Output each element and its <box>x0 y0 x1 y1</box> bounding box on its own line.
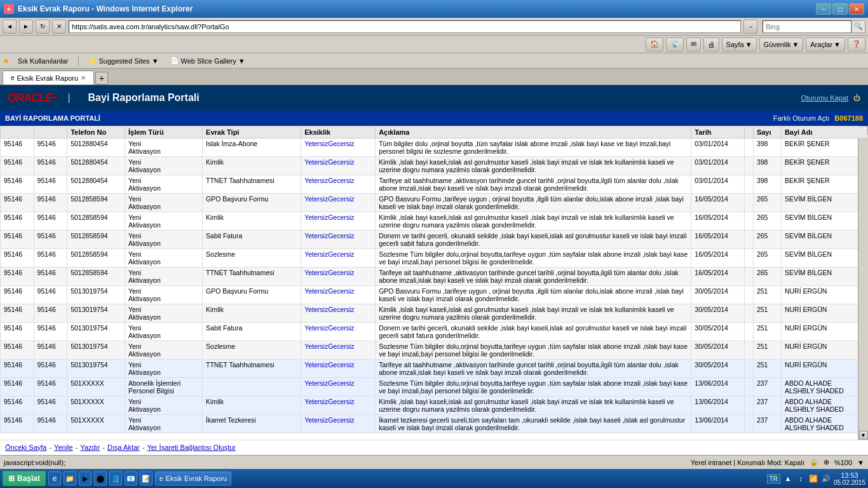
stop-button[interactable]: ✕ <box>52 20 66 34</box>
prev-page-link[interactable]: Önceki Sayfa <box>5 444 46 451</box>
forward-button[interactable]: ► <box>19 20 33 34</box>
search-button[interactable]: 🔍 <box>851 20 865 33</box>
home-button[interactable]: 🏠 <box>646 37 663 51</box>
table-row[interactable]: 9514695146501XXXXXYeni Aktivasyonİkamet … <box>1 415 868 433</box>
table-cell: NURİ ERGÜN <box>781 360 867 378</box>
table-cell: 95146 <box>1 286 34 304</box>
minimize-button[interactable]: ─ <box>816 3 831 15</box>
table-cell: Yeni Aktivasyon <box>125 341 202 360</box>
table-row[interactable]: 95146951465012858594Yeni AktivasyonSabit… <box>1 231 868 249</box>
web-slice-gallery-button[interactable]: 📄 Web Slice Gallery ▼ <box>167 55 248 67</box>
read-mail-button[interactable]: ✉ <box>686 37 701 51</box>
table-cell: 03/01/2014 <box>691 139 744 157</box>
title-bar: e Eksik Evrak Raporu - Windows Internet … <box>0 0 868 18</box>
chrome-icon[interactable]: ⬤ <box>94 471 107 485</box>
favorites-bar: ★ Sık Kullanılanlar ⭐ Suggested Sites ▼ … <box>0 53 868 69</box>
table-container[interactable]: Telefon No İşlem Türü Evrak Tipi Eksikli… <box>0 126 868 440</box>
table-row[interactable]: 95146951465012858594Yeni AktivasyonGPO B… <box>1 194 868 212</box>
close-button[interactable]: ✕ <box>849 3 864 15</box>
table-cell: Sabit Fatura <box>203 323 301 341</box>
table-cell: 237 <box>753 378 781 396</box>
table-cell <box>744 360 753 378</box>
table-cell: Kimlik ,islak bayi kaseli,islak asl goru… <box>376 304 691 323</box>
table-cell: 5012880454 <box>67 175 125 194</box>
zoom-dropdown[interactable]: ▼ <box>857 459 864 466</box>
table-row[interactable]: 95146951465012858594Yeni AktivasyonTTNET… <box>1 268 868 286</box>
table-row[interactable]: 95146951465012858594Yeni AktivasyonSozle… <box>1 249 868 268</box>
favorites-icon: ★ <box>3 57 10 65</box>
table-row[interactable]: 95146951465012858594Yeni AktivasyonKimli… <box>1 212 868 231</box>
table-cell: SEVİM BİLGEN <box>781 194 867 212</box>
table-cell: 95146 <box>34 194 67 212</box>
table-cell: YetersizGecersiz <box>301 304 376 323</box>
table-row[interactable]: 95146951465012880454Yeni AktivasyonTTNET… <box>1 175 868 194</box>
table-cell: 251 <box>753 286 781 304</box>
table-row[interactable]: 9514695146501XXXXXYeni AktivasyonKimlikY… <box>1 396 868 415</box>
scrollbar[interactable]: ▲ ▼ <box>858 126 868 440</box>
table-row[interactable]: 95146951465012880454Yeni AktivasyonIslak… <box>1 139 868 157</box>
tab-eksik-evrak[interactable]: e Eksik Evrak Raporu ✕ <box>3 71 94 85</box>
export-link[interactable]: Dışa Aktar <box>107 444 140 451</box>
search-input[interactable] <box>763 20 851 33</box>
table-cell: 265 <box>753 231 781 249</box>
ie-toolbar: 🏠 📡 ✉ 🖨 Sayfa ▼ Güvenlik ▼ Araçlar ▼ ❓ <box>0 36 868 53</box>
start-button[interactable]: ⊞ Başlat <box>3 471 46 486</box>
logout-button[interactable]: Oturumu Kapat <box>801 94 848 102</box>
app6-icon[interactable]: 📧 <box>125 471 137 485</box>
feeds-button[interactable]: 📡 <box>666 37 684 51</box>
table-cell: Kimlik <box>203 304 301 323</box>
media-icon[interactable]: ▶ <box>79 471 92 485</box>
bookmark-link[interactable]: Yer İşareti Bağlantısı Oluştur <box>147 444 236 451</box>
data-table: Telefon No İşlem Türü Evrak Tipi Eksikli… <box>0 126 868 433</box>
table-row[interactable]: 95146951465013019754Yeni AktivasyonSozle… <box>1 341 868 360</box>
table-row[interactable]: 95146951465012880454Yeni AktivasyonKimli… <box>1 157 868 175</box>
page-button[interactable]: Sayfa ▼ <box>722 37 757 51</box>
url-input[interactable] <box>69 20 741 33</box>
print-button[interactable]: 🖨 <box>703 37 719 51</box>
table-row[interactable]: 95146951465013019754Yeni AktivasyonSabit… <box>1 323 868 341</box>
table-row[interactable]: 95146951465013019754Yeni AktivasyonKimli… <box>1 304 868 323</box>
suggested-sites-button[interactable]: ⭐ Suggested Sites ▼ <box>85 55 162 67</box>
table-cell: 398 <box>753 139 781 157</box>
table-row[interactable]: 95146951465013019754Yeni AktivasyonGPO B… <box>1 286 868 304</box>
tray-up-arrow[interactable]: ▲ <box>783 473 793 484</box>
col-header-doc: Evrak Tipi <box>203 126 301 139</box>
scroll-down-button[interactable]: ▼ <box>859 431 868 440</box>
refresh-link[interactable]: Yenile <box>54 444 73 451</box>
file-explorer-icon[interactable]: 📁 <box>64 471 76 485</box>
ie-taskbar-icon[interactable]: e <box>48 471 61 485</box>
table-cell: 95146 <box>34 378 67 396</box>
security-button[interactable]: Güvenlik ▼ <box>759 37 804 51</box>
windows-logo: ⊞ <box>8 474 15 483</box>
separator <box>78 56 79 66</box>
favorites-button[interactable]: Sık Kullanılanlar <box>15 55 72 67</box>
table-cell: 95146 <box>1 396 34 415</box>
back-button[interactable]: ◄ <box>3 20 17 34</box>
table-cell: 30/05/2014 <box>691 323 744 341</box>
table-cell: Kimlik ,islak bayi kaseli,islak asl goru… <box>376 157 691 175</box>
refresh-button[interactable]: ↻ <box>36 20 50 34</box>
tools-button[interactable]: Araçlar ▼ <box>806 37 845 51</box>
table-cell: ABDO ALHADE ALSHBLY SHADED <box>781 415 867 433</box>
table-row[interactable]: 9514695146501XXXXXAbonelik İşlemleri Per… <box>1 378 868 396</box>
table-cell: Kimlik ,islak bayi kaseli,islak asl goru… <box>376 212 691 231</box>
table-cell: İkamet Tezkeresi <box>203 415 301 433</box>
table-cell: 95146 <box>1 212 34 231</box>
system-tray: TR ▲ ↕ 📶 🔊 13:53 05.02.2015 <box>767 471 865 486</box>
table-row[interactable]: 95146951465013019754Yeni AktivasyonTTNET… <box>1 360 868 378</box>
restore-button[interactable]: ◻ <box>832 3 848 15</box>
new-tab-button[interactable]: + <box>95 72 108 85</box>
ie-task-button[interactable]: e Eksik Evrak Raporu <box>155 471 231 485</box>
tab-close-button[interactable]: ✕ <box>81 74 86 81</box>
app7-icon[interactable]: 📝 <box>140 471 153 485</box>
table-cell: NURİ ERGÜN <box>781 323 867 341</box>
table-cell <box>744 286 753 304</box>
sub-header-title: BAYİ RAPORLAMA PORTALİ <box>5 114 100 122</box>
help-button[interactable]: ❓ <box>848 37 865 51</box>
table-cell: YetersizGecersiz <box>301 175 376 194</box>
go-button[interactable]: → <box>743 20 757 34</box>
table-cell: Yeni Aktivasyon <box>125 194 202 212</box>
tray-icon-2: 📶 <box>808 473 818 484</box>
print-link[interactable]: Yazdır <box>80 444 100 451</box>
app5-icon[interactable]: 📘 <box>109 471 122 485</box>
